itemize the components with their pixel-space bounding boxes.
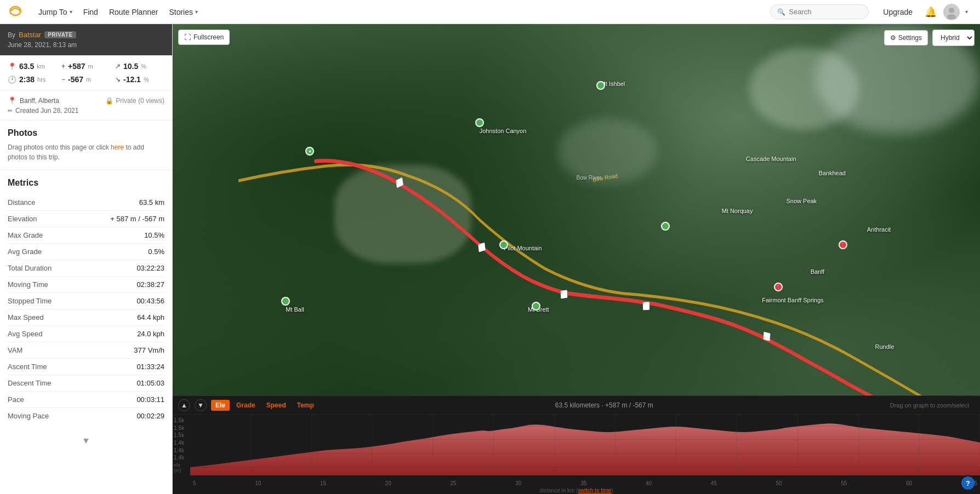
distance-stat: 📍 63.5 km	[8, 62, 57, 71]
duration-stat: 🕐 2:38 hrs	[8, 75, 57, 84]
metric-label-3: Avg Grade	[8, 248, 42, 256]
help-button[interactable]: ?	[961, 476, 975, 490]
metric-value-12: 00:03:11	[136, 395, 164, 404]
metric-label-5: Moving Time	[8, 280, 48, 289]
elevation-tab-ele[interactable]: Ele	[211, 400, 230, 411]
created-row: ✏ Created Jun 28, 2021	[8, 107, 164, 114]
jump-to-menu[interactable]: Jump To ▾	[33, 4, 78, 20]
trip-header: By Batstar PRIVATE June 28, 2021, 8:13 a…	[0, 24, 172, 55]
stats-grid: 📍 63.5 km + +587 m ↗ 10.5 % 🕐 2:38 hrs −	[0, 55, 172, 91]
elevation-tab-grade[interactable]: Grade	[232, 400, 260, 411]
marker-johnston[interactable]	[475, 118, 484, 127]
max-grade-value: 10.5	[123, 62, 138, 71]
metrics-section: Metrics Distance63.5 kmElevation+ 587 m …	[0, 170, 172, 432]
x-label-20: 20	[385, 480, 391, 486]
metric-value-1: + 587 m / -567 m	[110, 215, 164, 223]
metric-row-1: Elevation+ 587 m / -567 m	[8, 211, 164, 227]
drag-hint-text: Drag on graph to zoom/select	[890, 402, 969, 409]
avatar-chevron-icon[interactable]: ▾	[960, 5, 973, 18]
elevation-chart-area[interactable]	[190, 415, 980, 475]
elevation-loss-value: -567	[68, 75, 83, 84]
map-top-right-controls: ⚙ Settings Hybrid	[884, 30, 975, 46]
elevation-gain-stat: + +587 m	[61, 62, 111, 71]
metric-value-9: 377 Vm/h	[134, 346, 164, 354]
privacy-badge: PRIVATE	[44, 31, 76, 38]
metric-value-7: 64.4 kph	[137, 313, 164, 321]
metric-value-10: 01:33:24	[136, 363, 164, 371]
by-label: By	[8, 31, 15, 39]
notification-bell-icon[interactable]: 🔔	[925, 6, 937, 18]
stories-label: Stories	[169, 8, 193, 16]
metric-row-12: Pace00:03:11	[8, 392, 164, 408]
pencil-icon: ✏	[8, 107, 13, 114]
route-planner-label: Route Planner	[109, 8, 158, 16]
marker-mid[interactable]	[661, 222, 670, 231]
x-label-60: 60	[906, 480, 912, 486]
avatar[interactable]	[943, 4, 960, 20]
elevation-gain-unit: m	[88, 63, 93, 70]
metric-row-7: Max Speed64.4 kph	[8, 309, 164, 326]
marker-start[interactable]: ▲	[305, 147, 314, 156]
metric-value-0: 63.5 km	[139, 198, 164, 206]
x-axis-unit-label: distance in km (switch to time)	[173, 487, 980, 493]
fullscreen-button[interactable]: ⛶ Fullscreen	[178, 30, 230, 45]
metric-value-4: 03:22:23	[136, 264, 164, 272]
metric-row-10: Ascent Time01:33:24	[8, 359, 164, 375]
avg-grade-unit: %	[144, 76, 149, 83]
elevation-y-axis: 1.5k 1.5k 1.5k 1.4k 1.4k 1.4k ele(m)	[173, 415, 190, 475]
elevation-tab-temp[interactable]: Temp	[293, 400, 318, 411]
clock-icon: 🕐	[8, 76, 16, 84]
find-menu[interactable]: Find	[78, 4, 104, 20]
location-section: 📍 Banff, Alberta 🔒 Private (0 views) ✏ C…	[0, 91, 172, 120]
scroll-down-button[interactable]: ▼	[0, 432, 172, 450]
switch-to-time-link[interactable]: switch to time	[578, 487, 612, 493]
map-type-select[interactable]: Hybrid	[932, 30, 975, 46]
elevation-tab-speed[interactable]: Speed	[262, 400, 290, 411]
y-label-5: 1.4k	[174, 447, 189, 453]
metric-row-4: Total Duration03:22:23	[8, 260, 164, 277]
trip-author-row: By Batstar PRIVATE	[8, 31, 164, 39]
ele-nav-up-button[interactable]: ▲	[178, 399, 190, 411]
metric-label-13: Moving Pace	[8, 412, 49, 420]
jump-to-label: Jump To	[38, 8, 67, 16]
settings-button[interactable]: ⚙ Settings	[884, 30, 928, 45]
map-top-left-controls: ⛶ Fullscreen	[178, 30, 230, 45]
x-label-55: 55	[841, 480, 847, 486]
find-label: Find	[83, 8, 98, 16]
route-planner-menu[interactable]: Route Planner	[104, 4, 164, 20]
metric-row-9: VAM377 Vm/h	[8, 342, 164, 359]
logo[interactable]	[7, 2, 24, 21]
stories-menu[interactable]: Stories ▾	[163, 4, 203, 20]
distance-unit: km	[37, 63, 45, 70]
elevation-chart-svg	[190, 415, 980, 475]
x-label-50: 50	[776, 480, 782, 486]
upgrade-button[interactable]: Upgrade	[875, 4, 920, 20]
search-box[interactable]: 🔍	[770, 4, 869, 19]
search-input[interactable]	[789, 8, 862, 16]
metric-row-6: Stopped Time00:43:56	[8, 293, 164, 309]
metric-row-8: Avg Speed24.0 kph	[8, 326, 164, 342]
elevation-loss-unit: m	[86, 76, 91, 83]
photos-here-link[interactable]: here	[111, 143, 124, 151]
svg-point-1	[949, 8, 954, 13]
marker-mt-ishbel[interactable]	[596, 81, 605, 90]
x-label-30: 30	[515, 480, 521, 486]
metric-label-2: Max Grade	[8, 231, 43, 239]
metric-row-13: Moving Pace00:02:29	[8, 408, 164, 424]
grade-up-icon: ↗	[115, 62, 121, 70]
top-navigation: Jump To ▾ Find Route Planner Stories ▾ 🔍…	[0, 0, 980, 24]
privacy-label: Private (0 views)	[116, 97, 164, 105]
x-label-45: 45	[711, 480, 717, 486]
author-link[interactable]: Batstar	[19, 31, 41, 39]
ele-nav-down-button[interactable]: ▼	[195, 399, 207, 411]
metric-row-11: Descent Time01:05:03	[8, 375, 164, 392]
grade-down-icon: ↘	[115, 76, 121, 83]
metric-label-4: Total Duration	[8, 264, 52, 272]
fullscreen-icon: ⛶	[184, 33, 191, 41]
marker-mt-brett[interactable]	[532, 302, 540, 311]
elevation-chart[interactable]: 1.5k 1.5k 1.5k 1.4k 1.4k 1.4k ele(m)	[173, 415, 980, 486]
drag-zoom-hint: Drag on graph to zoom/select	[890, 402, 975, 409]
duration-value: 2:38	[19, 75, 35, 84]
search-icon: 🔍	[777, 8, 785, 16]
marker-banff[interactable]: 📍	[839, 240, 847, 249]
